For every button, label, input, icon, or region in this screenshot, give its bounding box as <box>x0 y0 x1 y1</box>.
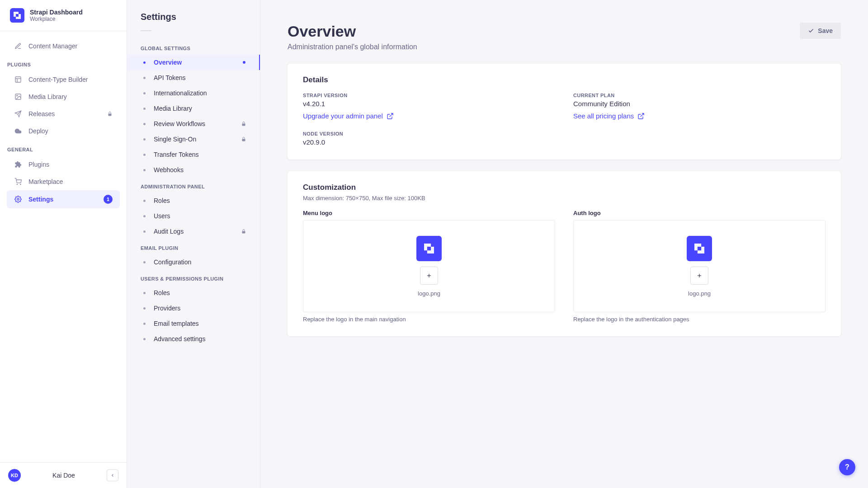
settings-link-email-config[interactable]: Configuration <box>127 254 260 270</box>
nav-plugins[interactable]: Plugins <box>7 156 120 173</box>
pencil-icon <box>14 42 22 50</box>
settings-title: Settings <box>127 12 260 30</box>
menu-logo-dropzone[interactable]: logo.png <box>303 220 555 312</box>
auth-logo-dropzone[interactable]: logo.png <box>573 220 826 312</box>
link-label: Email templates <box>154 320 199 327</box>
nav-label: Content-Type Builder <box>28 76 88 83</box>
svg-line-13 <box>641 113 644 117</box>
lock-icon <box>241 121 246 127</box>
settings-link-up-email-templates[interactable]: Email templates <box>127 316 260 331</box>
link-label: See all pricing plans <box>573 112 634 120</box>
nav-settings[interactable]: Settings 1 <box>7 190 120 208</box>
add-auth-logo-button[interactable] <box>690 267 708 285</box>
strapi-logo-icon <box>687 236 712 261</box>
nav-label: Media Library <box>28 93 67 100</box>
settings-link-up-advanced[interactable]: Advanced settings <box>127 331 260 347</box>
page-title: Overview <box>288 23 417 40</box>
bullet-icon <box>143 323 146 325</box>
link-label: Configuration <box>154 258 191 266</box>
nav-content-manager[interactable]: Content Manager <box>7 38 120 55</box>
settings-link-review-workflows[interactable]: Review Workflows <box>127 116 260 131</box>
section-plugins-label: PLUGINS <box>0 58 127 71</box>
link-label: Audit Logs <box>154 228 184 235</box>
check-icon <box>808 28 814 34</box>
pricing-link[interactable]: See all pricing plans <box>573 112 645 120</box>
main-sidebar: Strapi Dashboard Workplace Content Manag… <box>0 0 127 488</box>
upgrade-link[interactable]: Upgrade your admin panel <box>303 112 394 120</box>
settings-link-transfer-tokens[interactable]: Transfer Tokens <box>127 147 260 162</box>
settings-link-audit-logs[interactable]: Audit Logs <box>127 224 260 239</box>
settings-link-admin-roles[interactable]: Roles <box>127 193 260 208</box>
svg-point-4 <box>17 95 18 96</box>
nav-marketplace[interactable]: Marketplace <box>7 173 120 190</box>
settings-link-media-library[interactable]: Media Library <box>127 101 260 116</box>
title-divider <box>141 30 151 31</box>
collapse-sidebar-button[interactable] <box>107 469 118 481</box>
detail-value: v20.9.0 <box>303 138 555 146</box>
bullet-icon <box>143 123 146 125</box>
add-menu-logo-button[interactable] <box>420 267 438 285</box>
detail-strapi-version: STRAPI VERSION v4.20.1 Upgrade your admi… <box>303 93 555 120</box>
detail-label: CURRENT PLAN <box>573 93 826 98</box>
svg-rect-11 <box>242 231 245 234</box>
link-label: Advanced settings <box>154 335 205 343</box>
cart-icon <box>14 178 22 186</box>
settings-link-overview[interactable]: Overview <box>127 55 260 70</box>
settings-link-up-providers[interactable]: Providers <box>127 300 260 316</box>
nav-media-library[interactable]: Media Library <box>7 88 120 105</box>
settings-badge: 1 <box>104 195 113 204</box>
bullet-icon <box>143 61 146 64</box>
nav-label: Content Manager <box>28 42 77 50</box>
bullet-icon <box>143 92 146 94</box>
layout-icon <box>14 75 22 84</box>
bullet-icon <box>143 169 146 171</box>
bullet-icon <box>143 292 146 294</box>
lock-icon <box>241 136 246 142</box>
details-title: Details <box>303 75 826 84</box>
bullet-icon <box>143 261 146 263</box>
svg-rect-9 <box>242 124 245 126</box>
link-label: API Tokens <box>154 74 186 81</box>
section-general-label: GENERAL <box>0 143 127 156</box>
bullet-icon <box>143 154 146 156</box>
settings-link-sso[interactable]: Single Sign-On <box>127 131 260 147</box>
nav-label: Deploy <box>28 127 48 135</box>
brand[interactable]: Strapi Dashboard Workplace <box>0 0 127 31</box>
auth-logo-field: Auth logo logo.png Replace the logo in t… <box>573 210 826 323</box>
svg-point-8 <box>17 198 19 200</box>
group-up-label: USERS & PERMISSIONS PLUGIN <box>127 270 260 285</box>
customization-subtitle: Max dimension: 750×750, Max file size: 1… <box>303 195 826 202</box>
svg-rect-0 <box>15 77 21 82</box>
nav-deploy[interactable]: Deploy <box>7 122 120 140</box>
help-fab-button[interactable]: ? <box>839 459 855 475</box>
lock-icon <box>241 229 246 234</box>
link-label: Users <box>154 212 170 220</box>
menu-logo-filename: logo.png <box>418 290 440 297</box>
bullet-icon <box>143 77 146 79</box>
link-label: Providers <box>154 305 180 312</box>
settings-link-up-roles[interactable]: Roles <box>127 285 260 300</box>
menu-logo-field: Menu logo logo.png Replace the logo in t… <box>303 210 555 323</box>
bullet-icon <box>143 200 146 202</box>
user-name: Kai Doe <box>27 472 100 479</box>
auth-logo-label: Auth logo <box>573 210 826 216</box>
nav-content-type-builder[interactable]: Content-Type Builder <box>7 71 120 88</box>
settings-link-webhooks[interactable]: Webhooks <box>127 162 260 178</box>
group-admin-label: ADMINISTRATION PANEL <box>127 178 260 193</box>
nav-releases[interactable]: Releases <box>7 105 120 122</box>
group-global-label: GLOBAL SETTINGS <box>127 39 260 55</box>
paper-plane-icon <box>14 110 22 118</box>
settings-link-admin-users[interactable]: Users <box>127 208 260 224</box>
menu-logo-help: Replace the logo in the main navigation <box>303 316 555 323</box>
details-card: Details STRAPI VERSION v4.20.1 Upgrade y… <box>288 64 841 160</box>
strapi-logo-icon <box>10 8 24 23</box>
link-label: Media Library <box>154 105 192 112</box>
nav-label: Releases <box>28 110 55 117</box>
settings-link-i18n[interactable]: Internationalization <box>127 85 260 101</box>
lock-icon <box>107 111 113 117</box>
content: Overview Administration panel's global i… <box>260 0 868 488</box>
avatar[interactable]: KD <box>8 469 21 482</box>
link-label: Single Sign-On <box>154 136 196 143</box>
settings-link-api-tokens[interactable]: API Tokens <box>127 70 260 85</box>
save-button[interactable]: Save <box>800 23 841 39</box>
